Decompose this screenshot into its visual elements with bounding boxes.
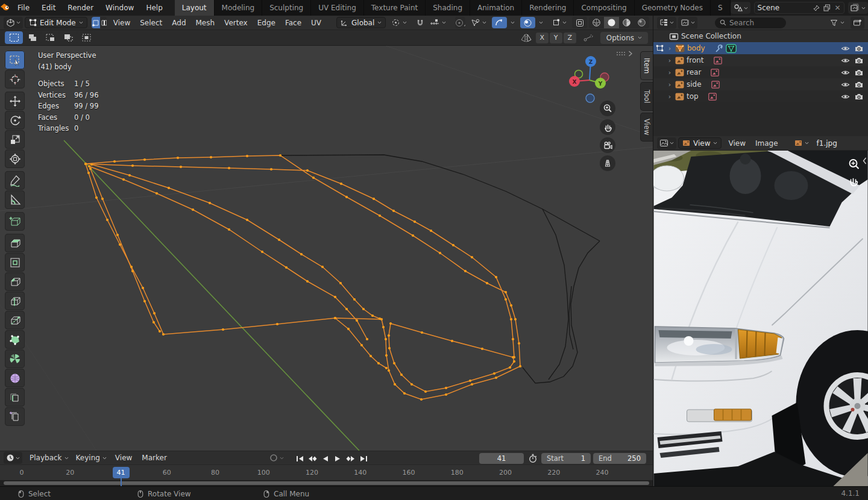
viewport-menu-uv[interactable]: UV — [306, 16, 326, 30]
show-gizmo-dropdown[interactable] — [467, 19, 490, 27]
workspace-tab-s[interactable]: S — [711, 0, 731, 16]
workspace-tab-geometry-nodes[interactable]: Geometry Nodes — [635, 0, 711, 16]
editor-type-button[interactable] — [4, 17, 23, 29]
timeline-scrollbar[interactable] — [4, 481, 649, 485]
viewport-menu-face[interactable]: Face — [280, 16, 306, 30]
new-collection-button[interactable] — [851, 17, 864, 29]
navigation-gizmo[interactable]: Z X Y — [564, 49, 624, 107]
image-menu-image[interactable]: Image — [750, 137, 783, 150]
proportional-edit-toggle[interactable] — [455, 17, 464, 28]
xray-dropdown[interactable] — [535, 21, 547, 24]
tool-measure[interactable] — [5, 190, 25, 209]
viewport-menu-edge[interactable]: Edge — [253, 16, 280, 30]
mirror-z-button[interactable]: Z — [564, 33, 576, 43]
column-divider[interactable] — [653, 16, 653, 486]
toggle-xray-box[interactable] — [572, 17, 587, 28]
orthographic-toggle-button[interactable] — [600, 155, 615, 171]
timeline-menu-marker[interactable]: Marker — [137, 451, 171, 464]
workspace-tab-texture-paint[interactable]: Texture Paint — [364, 0, 426, 16]
outliner-row-rear[interactable]: ›rear — [653, 66, 868, 78]
jump-to-end-button[interactable] — [357, 453, 369, 464]
image-name-field[interactable]: f1.jpg — [814, 139, 837, 148]
workspace-tab-uv-editing[interactable]: UV Editing — [311, 0, 364, 16]
image-browse-button[interactable] — [791, 140, 813, 146]
frame-end-field[interactable]: End 250 — [593, 453, 646, 464]
outliner-search-input[interactable]: Search — [715, 17, 786, 28]
tool-rip-region[interactable] — [5, 407, 25, 426]
viewlayer-browse-button[interactable] — [848, 2, 868, 14]
outliner-editor-type-button[interactable] — [657, 17, 676, 29]
autokey-toggle[interactable] — [269, 454, 284, 462]
workspace-tab-shading[interactable]: Shading — [426, 0, 470, 16]
outliner-display-mode-button[interactable] — [678, 17, 697, 29]
timeline-dropdown-playback[interactable]: Playback — [26, 454, 72, 462]
timeline-dropdown-keying[interactable]: Keying — [72, 454, 110, 462]
tool-knife[interactable] — [5, 311, 25, 330]
scene-name-field[interactable]: Scene ✕ — [754, 2, 844, 14]
region-options[interactable] — [616, 51, 632, 57]
viewport-menu-select[interactable]: Select — [135, 16, 167, 30]
timeline-menu-view[interactable]: View — [110, 451, 137, 464]
expand-icon[interactable]: › — [667, 69, 673, 77]
expand-icon[interactable]: › — [667, 81, 673, 89]
menu-window[interactable]: Window — [99, 0, 140, 16]
tool-loop-cut[interactable] — [5, 292, 25, 310]
outliner-row-top[interactable]: ›top — [653, 90, 868, 102]
overlays-dropdown[interactable] — [507, 21, 518, 24]
render-visibility-toggle[interactable] — [855, 93, 863, 100]
shading-settings-dropdown[interactable] — [549, 19, 570, 27]
tool-select-box[interactable] — [5, 51, 25, 69]
menu-edit[interactable]: Edit — [36, 0, 61, 16]
proportional-falloff-dropdown[interactable] — [464, 17, 465, 28]
pivot-point-dropdown[interactable] — [388, 18, 410, 27]
menu-file[interactable]: File — [11, 0, 36, 16]
hide-toggle[interactable] — [841, 69, 850, 76]
playhead[interactable]: 41 — [113, 467, 130, 478]
workspace-tab-rendering[interactable]: Rendering — [522, 0, 574, 16]
tool-edge-slide[interactable] — [5, 388, 25, 407]
expand-icon[interactable]: › — [667, 45, 673, 52]
use-preview-range-button[interactable] — [528, 454, 538, 463]
outliner-row-body[interactable]: ›body — [653, 42, 868, 54]
play-button[interactable] — [332, 453, 344, 464]
workspace-tab-compositing[interactable]: Compositing — [574, 0, 634, 16]
render-visibility-toggle[interactable] — [855, 45, 863, 52]
tool-annotate[interactable] — [5, 171, 25, 190]
options-dropdown[interactable]: Options — [600, 32, 648, 44]
timeline-editor-type-button[interactable] — [4, 452, 22, 464]
tool-add-cube[interactable] — [5, 212, 25, 231]
select-set-button[interactable] — [5, 31, 23, 44]
sidebar-tab-tool[interactable]: Tool — [640, 82, 653, 111]
select-intersect-button[interactable] — [77, 31, 95, 44]
camera-view-button[interactable] — [600, 137, 615, 153]
select-subtract-button[interactable] — [41, 31, 59, 44]
expand-icon[interactable]: › — [667, 57, 673, 64]
render-visibility-toggle[interactable] — [855, 57, 863, 64]
filter-dropdown[interactable] — [826, 19, 848, 27]
viewport-menu-mesh[interactable]: Mesh — [191, 16, 220, 30]
transform-orientation-dropdown[interactable]: Global — [336, 17, 386, 28]
scene-browse-button[interactable] — [731, 2, 750, 14]
edge-select-mode-button[interactable] — [100, 17, 107, 28]
tool-poly-build[interactable] — [5, 330, 25, 349]
hide-toggle[interactable] — [841, 57, 850, 64]
viewport-3d[interactable]: User Perspective (41) body Objects1 / 5V… — [0, 46, 653, 451]
blender-logo-icon[interactable] — [0, 3, 11, 13]
viewport-menu-vertex[interactable]: Vertex — [219, 16, 253, 30]
vertex-select-mode-button[interactable] — [92, 17, 100, 28]
shading-material-button[interactable] — [619, 17, 634, 28]
jump-to-start-button[interactable] — [294, 453, 306, 464]
mirror-y-button[interactable]: Y — [550, 33, 562, 43]
image-canvas[interactable] — [653, 151, 868, 486]
workspace-tab-modeling[interactable]: Modeling — [215, 0, 263, 16]
sidebar-tab-view[interactable]: View — [640, 113, 653, 142]
shading-rendered-button[interactable] — [634, 17, 649, 28]
prev-keyframe-button[interactable] — [307, 453, 318, 464]
tool-inset-faces[interactable] — [5, 253, 25, 272]
timeline-ruler[interactable]: 0206080100120140160180200220240 41 — [0, 465, 653, 480]
mode-dropdown[interactable]: Edit Mode — [25, 17, 87, 28]
tool-extrude-region[interactable] — [5, 234, 25, 252]
pan-button[interactable] — [600, 119, 615, 135]
current-frame-field[interactable]: 41 — [479, 453, 524, 464]
sidebar-tab-item[interactable]: Item — [640, 51, 653, 80]
